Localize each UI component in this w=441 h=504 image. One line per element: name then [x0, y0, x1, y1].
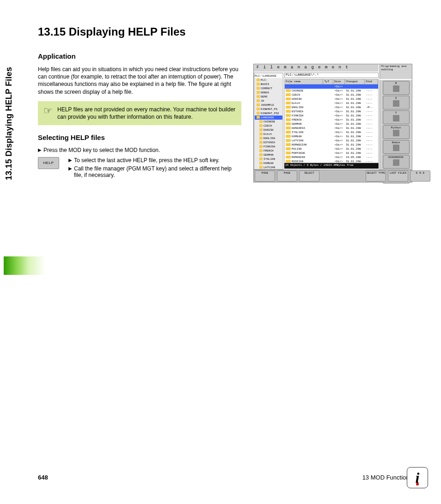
file-row[interactable]: GERMAN<Dir>31.01.20W----	[285, 122, 378, 126]
tree-item[interactable]: CHINESE	[255, 120, 282, 124]
right-panel-button[interactable]: Demos	[383, 140, 410, 154]
file-row[interactable]: RUMANIAN<Dir>24.05.20W----	[285, 155, 378, 159]
arrow-icon: ▶	[38, 147, 43, 153]
col-size: Size	[333, 79, 345, 84]
file-row[interactable]: ENGLISH<Dir>31.01.20W-M--	[285, 105, 378, 109]
file-row[interactable]: CZECH<Dir>31.01.20W----	[285, 93, 378, 97]
page-number: 648	[38, 474, 48, 481]
softkey-button[interactable]: LAST FILES	[388, 170, 408, 182]
tree-item[interactable]: JHSAMPLE	[255, 103, 282, 107]
tree-item[interactable]: DANISH	[255, 128, 282, 132]
help-softkey-button[interactable]: HELP	[38, 157, 59, 169]
right-panel-button[interactable]: DIAGNOSIS	[383, 155, 410, 169]
file-row[interactable]: NORWEGIAN<Dir>31.01.20W----	[285, 143, 378, 147]
side-tab: 13.15 Displaying HELP Files	[14, 23, 25, 180]
file-row[interactable]: ESTONIA<Dir>31.01.20W----	[285, 109, 378, 114]
right-panel-button[interactable]: Python	[383, 125, 410, 139]
tree-item[interactable]: PLC:	[255, 78, 282, 82]
right-panel-button[interactable]: T	[383, 110, 410, 124]
tree-item[interactable]: FRENCH	[255, 149, 282, 153]
step-1: ▶ Press the MOD key to select the MOD fu…	[38, 147, 241, 153]
file-row[interactable]: PORTUGUE<Dir>31.01.20W----	[285, 151, 378, 155]
side-gradient	[4, 256, 45, 275]
file-row[interactable]: DANISH<Dir>31.01.20W----	[285, 97, 378, 101]
page-title: 13.15 Displaying HELP Files	[38, 25, 241, 38]
softkey-blank	[343, 170, 364, 182]
file-row[interactable]: KOREAN<Dir>31.01.20W----	[285, 134, 378, 139]
fm-softkey-row: PAGEPAGESELECTSELECT TYPELAST FILESE N D	[254, 170, 412, 182]
file-row[interactable]: FRENCH<Dir>31.01.20W----	[285, 118, 378, 122]
tree-item[interactable]: FINNISH	[255, 145, 282, 149]
side-tab-text: 13.15 Displaying HELP Files	[4, 67, 14, 180]
tree-item[interactable]: CORRECT	[255, 86, 282, 91]
file-row[interactable]: LATVIAN<Dir>31.01.20W----	[285, 139, 378, 143]
fm-tree[interactable]: PLC:\LANGUAGEPLC:BASISCORRECTDEBUGDEMOJH…	[254, 73, 283, 170]
col-name: File name	[285, 79, 323, 84]
tree-item[interactable]: ENGLISH	[255, 136, 282, 140]
page-footer: 648 13 MOD Functions	[38, 474, 412, 481]
softkey-button[interactable]: SELECT	[299, 170, 319, 182]
step-3-text: Call the file manager (PGM MGT key) and …	[74, 165, 241, 178]
col-type: TyT	[323, 79, 333, 84]
tree-item[interactable]: Dutch	[255, 132, 282, 136]
step-2-text: To select the last active HELP file, pre…	[74, 157, 220, 164]
softkey-button[interactable]: E N D	[410, 170, 430, 182]
tree-item[interactable]: ITALIAN	[255, 157, 282, 161]
softkey-blank	[321, 170, 342, 182]
note-box: ☞ HELP files are not provided on every m…	[38, 101, 241, 125]
right-panel-button[interactable]: M	[383, 81, 410, 95]
arrow-icon: ▶	[68, 157, 74, 164]
tree-item[interactable]: KINEMAT_PSZ	[255, 111, 282, 115]
file-row[interactable]: POLISH<Dir>31.01.20W----	[285, 147, 378, 151]
subheading-application: Application	[38, 52, 241, 60]
fm-path-field[interactable]: PLC:\LANGUAGE\*.*	[284, 73, 379, 78]
fm-mode-label: Programming and editing	[380, 64, 412, 79]
file-row[interactable]: ITALIAN<Dir>31.01.20W----	[285, 130, 378, 134]
tree-item[interactable]: BASIS	[255, 82, 282, 86]
chapter-label: 13 MOD Functions	[362, 474, 412, 481]
tree-item[interactable]: LANGUAGE	[255, 115, 282, 120]
file-row[interactable]: FINNISH<Dir>31.01.20W----	[285, 114, 378, 118]
col-changed: Changed	[345, 79, 365, 84]
subheading-selecting: Selecting HELP files	[38, 134, 241, 141]
tree-item[interactable]: DEBUG	[255, 91, 282, 95]
fm-file-list[interactable]: File name TyT Size Changed Stat ..<Dir>C…	[284, 79, 379, 163]
tree-item[interactable]: GERMAN	[255, 153, 282, 157]
fm-right-panel: MSTPythonDemosDIAGNOSISInfo 1/3	[380, 80, 412, 170]
pointing-hand-icon: ☞	[43, 106, 57, 121]
tree-item[interactable]: KINEMAT_PS	[255, 107, 282, 111]
col-stat: Stat	[365, 79, 378, 84]
content-column: 13.15 Displaying HELP Files Application …	[38, 25, 241, 186]
step-1-text: Press the MOD key to select the MOD func…	[43, 147, 241, 153]
softkey-button[interactable]: SELECT TYPE	[366, 170, 386, 182]
arrow-icon: ▶	[68, 165, 74, 172]
tree-item[interactable]: KOREAN	[255, 161, 282, 165]
file-row[interactable]: CHINESE<Dir>31.01.20W----	[285, 89, 378, 93]
document-page: 13.15 Displaying HELP Files 13.15 Displa…	[0, 0, 441, 504]
fm-title: F i l e m a n a g e m e n t	[254, 64, 379, 72]
note-text: HELP files are not provided on every mac…	[57, 106, 236, 121]
fm-list-header: File name TyT Size Changed Stat	[285, 79, 378, 85]
tree-item[interactable]: LATVIAN	[255, 165, 282, 170]
tree-item[interactable]: CZECH	[255, 124, 282, 128]
tree-item[interactable]: JH	[255, 99, 282, 103]
softkey-button[interactable]: PAGE	[277, 170, 297, 182]
softkey-button[interactable]: PAGE	[255, 170, 275, 182]
tree-item[interactable]: ESTONIA	[255, 140, 282, 145]
file-manager-screenshot: F i l e m a n a g e m e n t Programming …	[253, 64, 412, 182]
right-panel-button[interactable]: S	[383, 96, 410, 109]
info-icon: i	[407, 467, 428, 488]
file-row[interactable]: HUNGARIA<Dir>31.01.20W----	[285, 126, 378, 130]
tree-item[interactable]: DEMO	[255, 95, 282, 99]
fm-status-bar: 24 Objects / 0 Bytes / 15024.0MBytes fre…	[284, 163, 379, 169]
file-row[interactable]: RUSSIAN<Dir>31.01.20W----	[285, 159, 378, 163]
file-row[interactable]: Dutch<Dir>31.01.20W----	[285, 101, 378, 105]
file-row[interactable]: ..<Dir>	[285, 85, 378, 89]
step-2-row: HELP ▶ To select the last active HELP fi…	[38, 157, 241, 182]
para-application: Help files can aid you in situations in …	[38, 66, 241, 96]
